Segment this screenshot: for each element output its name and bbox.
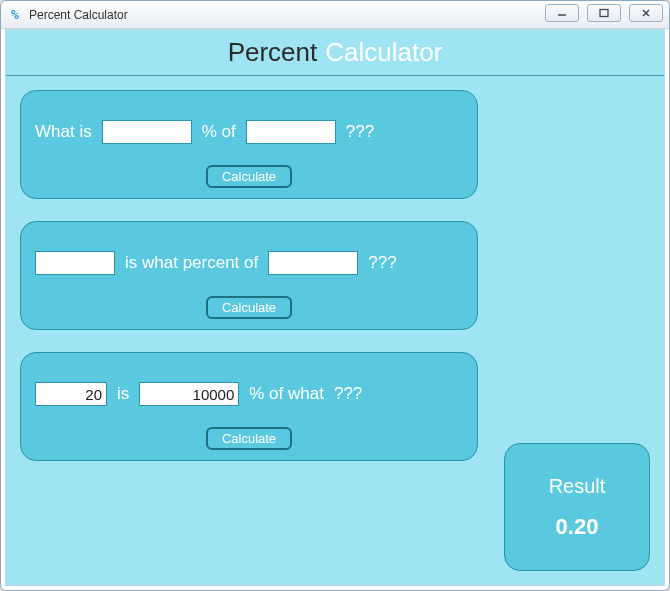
label-qmarks-3: ??? bbox=[334, 384, 362, 404]
label-qmarks-2: ??? bbox=[368, 253, 396, 273]
app-header: Percent Calculator bbox=[6, 30, 664, 76]
percent-icon: % bbox=[7, 7, 23, 23]
result-card: Result 0.20 bbox=[504, 443, 650, 571]
input-b-3[interactable] bbox=[139, 382, 239, 406]
maximize-button[interactable] bbox=[587, 4, 621, 22]
window-title: Percent Calculator bbox=[29, 8, 128, 22]
label-is: is bbox=[117, 384, 129, 404]
input-of-value[interactable] bbox=[246, 120, 336, 144]
row-what-percent: is what percent of ??? bbox=[35, 236, 463, 290]
client-area: Percent Calculator What is % of ??? Calc… bbox=[5, 29, 665, 586]
cards-column: What is % of ??? Calculate is what perce… bbox=[20, 90, 478, 461]
app-window: % Percent Calculator Percent Calculator bbox=[0, 0, 670, 591]
svg-rect-1 bbox=[600, 10, 608, 17]
window-controls bbox=[545, 4, 663, 22]
input-percent-value[interactable] bbox=[102, 120, 192, 144]
row-percent-of-what: is % of what ??? bbox=[35, 367, 463, 421]
input-a-3[interactable] bbox=[35, 382, 107, 406]
card-percent-of-what: is % of what ??? Calculate bbox=[20, 352, 478, 461]
calculate-button-3[interactable]: Calculate bbox=[206, 427, 292, 450]
label-what-is: What is bbox=[35, 122, 92, 142]
header-word2: Calculator bbox=[325, 37, 442, 68]
result-label: Result bbox=[549, 475, 606, 498]
titlebar: % Percent Calculator bbox=[1, 1, 669, 29]
label-pct-of-what: % of what bbox=[249, 384, 324, 404]
row-percent-of: What is % of ??? bbox=[35, 105, 463, 159]
card-what-percent: is what percent of ??? Calculate bbox=[20, 221, 478, 330]
header-word1: Percent bbox=[228, 37, 318, 68]
calculate-button-2[interactable]: Calculate bbox=[206, 296, 292, 319]
close-button[interactable] bbox=[629, 4, 663, 22]
input-a-2[interactable] bbox=[35, 251, 115, 275]
label-qmarks-1: ??? bbox=[346, 122, 374, 142]
calculate-button-1[interactable]: Calculate bbox=[206, 165, 292, 188]
card-percent-of: What is % of ??? Calculate bbox=[20, 90, 478, 199]
minimize-button[interactable] bbox=[545, 4, 579, 22]
label-pct-of: % of bbox=[202, 122, 236, 142]
content-area: What is % of ??? Calculate is what perce… bbox=[6, 76, 664, 585]
result-value: 0.20 bbox=[556, 514, 599, 540]
input-b-2[interactable] bbox=[268, 251, 358, 275]
label-is-what-pct: is what percent of bbox=[125, 253, 258, 273]
